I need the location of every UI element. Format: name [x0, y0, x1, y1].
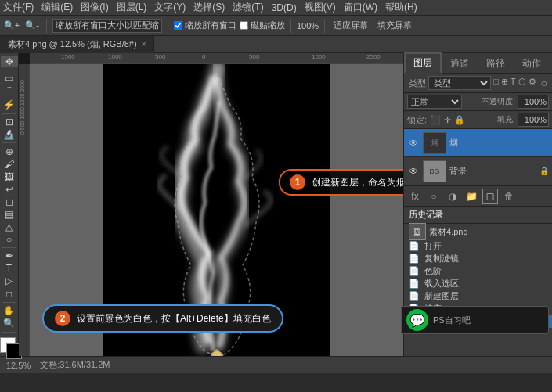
tool-zoom[interactable]: 🔍: [1, 318, 18, 329]
layer-mask-button[interactable]: ○: [426, 189, 442, 204]
canvas-tab[interactable]: 素材4.png @ 12.5% (烟, RGB/8#) ×: [0, 36, 154, 53]
tool-gradient[interactable]: ▤: [1, 208, 18, 220]
toolbar-fill-screen-btn[interactable]: 填充屏幕: [374, 17, 415, 34]
layer-item-background[interactable]: 👁 BG 背景 🔒: [404, 157, 552, 185]
history-item-new-layer[interactable]: 📄 新建图层: [404, 290, 552, 303]
color-swatches: [0, 337, 19, 353]
tool-brush[interactable]: 🖌: [1, 158, 18, 170]
toolbar-zoom-in[interactable]: 🔍+: [3, 17, 20, 34]
layer-new-button[interactable]: □: [482, 189, 498, 204]
history-icon-levels: 📄: [409, 265, 420, 276]
tool-quick-select[interactable]: ⚡: [1, 99, 18, 111]
tool-eraser[interactable]: ◻: [1, 196, 18, 207]
layer-type-select[interactable]: 类型: [428, 76, 491, 90]
tool-text[interactable]: T: [1, 263, 18, 275]
doc-info: 文档:31.6M/31.2M: [40, 359, 110, 371]
tool-move[interactable]: ✥: [1, 56, 18, 67]
panel-tab-actions[interactable]: 动作: [514, 54, 550, 74]
menu-3d[interactable]: 3D(D): [272, 2, 297, 13]
toolbar-window-size-input[interactable]: [52, 19, 162, 33]
filter-toggle[interactable]: ○: [541, 77, 547, 89]
checkbox-tile-input[interactable]: [240, 21, 248, 30]
history-icon-new-layer: 📄: [409, 291, 420, 302]
toolbar-checkbox-all-windows[interactable]: 缩放所有窗口: [174, 20, 236, 31]
history-item-copy-filter[interactable]: 📄 复制滤镜: [404, 252, 552, 264]
history-item-load-selection[interactable]: 📄 载入选区: [404, 277, 552, 290]
canvas-tab-close[interactable]: ×: [142, 40, 146, 49]
panel-tab-layers[interactable]: 图层: [404, 52, 442, 74]
tool-shape[interactable]: □: [1, 288, 18, 300]
layer-group-button[interactable]: 📁: [464, 189, 479, 204]
history-icon-open: 📄: [409, 240, 420, 251]
step1-text: 创建新图层，命名为烟: [312, 176, 403, 189]
step2-text: 设置前景色为白色，按【Alt+Delete】填充白色: [77, 312, 271, 325]
lock-all-icon[interactable]: 🔒: [454, 115, 465, 125]
opacity-input[interactable]: [518, 95, 549, 109]
menu-view[interactable]: 视图(V): [305, 1, 336, 14]
toolbar-zoom-out[interactable]: 🔍-: [23, 17, 41, 34]
toolbar-checkbox-tile[interactable]: 磁贴缩放: [240, 20, 285, 31]
tool-path-select[interactable]: ▷: [1, 275, 18, 287]
lock-pixel-icon[interactable]: ⬛: [430, 115, 441, 125]
panel-tabs: 图层 通道 路径 动作: [404, 53, 552, 74]
history-item-levels[interactable]: 📄 色阶: [404, 264, 552, 277]
tool-lasso[interactable]: ⌒: [1, 85, 18, 99]
menu-edit[interactable]: 编辑(E): [41, 1, 73, 14]
history-header: 历史记录: [404, 207, 552, 224]
history-icon-copy-filter: 📄: [409, 253, 420, 264]
layers-panel: 类型 类型 □ ⊕ T ⬡ ⚙ ○ 正常: [404, 74, 552, 206]
filter-pixel-icon[interactable]: □: [493, 77, 499, 89]
history-icon-load-selection: 📄: [409, 278, 420, 289]
tool-eyedropper[interactable]: 🔬: [1, 128, 18, 140]
tool-clone[interactable]: 🖼: [1, 171, 18, 182]
layer-name-bg: 背景: [449, 165, 536, 177]
menu-layer[interactable]: 图层(L): [117, 1, 147, 14]
toolbar-fit-screen-btn[interactable]: 适应屏幕: [330, 17, 371, 34]
fill-input[interactable]: [518, 113, 549, 127]
filter-shape-icon[interactable]: ⬡: [518, 77, 526, 89]
tool-history-brush[interactable]: ↩: [1, 183, 18, 195]
panel-tab-paths[interactable]: 路径: [478, 54, 514, 74]
wechat-badge: 💬 PS自习吧: [401, 306, 549, 334]
layer-delete-button[interactable]: 🗑: [501, 189, 517, 204]
menu-help[interactable]: 帮助(H): [385, 1, 417, 14]
tool-crop[interactable]: ⊡: [1, 116, 18, 128]
layer-item-smoke[interactable]: 👁 烟 烟: [404, 129, 552, 157]
lock-position-icon[interactable]: ✛: [444, 115, 451, 125]
history-source[interactable]: 🖼 素材4.png: [404, 224, 552, 239]
blend-mode-select[interactable]: 正常: [407, 95, 462, 109]
filter-icons: □ ⊕ T ⬡ ⚙ ○: [493, 77, 547, 89]
menu-window[interactable]: 窗口(W): [344, 1, 377, 14]
fill-label: 填充:: [497, 114, 515, 125]
tool-marquee[interactable]: ▭: [1, 73, 18, 85]
menu-file[interactable]: 文件(F): [3, 1, 34, 14]
panel-tab-channels[interactable]: 通道: [442, 54, 478, 74]
tool-pen[interactable]: ✒: [1, 250, 18, 262]
layers-mode-row: 正常 不透明度:: [404, 93, 552, 111]
layer-adjust-button[interactable]: ◑: [445, 189, 460, 204]
step2-bubble: 2 设置前景色为白色，按【Alt+Delete】填充白色: [42, 304, 283, 333]
layer-fx-button[interactable]: fx: [407, 189, 423, 204]
checkbox-all-windows-input[interactable]: [174, 21, 182, 30]
layer-visibility-smoke[interactable]: 👁: [407, 137, 420, 149]
history-item-open-label: 打开: [424, 240, 442, 252]
tool-sep-2: [2, 113, 16, 114]
layer-visibility-bg[interactable]: 👁: [407, 165, 420, 178]
zoom-level: 12.5%: [6, 361, 31, 370]
filter-smart-icon[interactable]: ⚙: [529, 77, 536, 89]
menu-filter[interactable]: 滤镜(T): [233, 1, 263, 14]
ruler-label-0: 0: [202, 53, 205, 60]
menu-image[interactable]: 图像(I): [81, 1, 108, 14]
history-item-copy-filter-label: 复制滤镜: [424, 253, 459, 264]
tool-dodge[interactable]: ○: [1, 233, 18, 245]
statusbar: 12.5% 文档:31.6M/31.2M: [0, 356, 552, 373]
history-item-open[interactable]: 📄 打开: [404, 239, 552, 252]
filter-text-icon[interactable]: T: [511, 77, 516, 89]
tool-blur[interactable]: △: [1, 221, 18, 232]
menu-select[interactable]: 选择(S): [193, 1, 225, 14]
filter-adjust-icon[interactable]: ⊕: [501, 77, 508, 89]
ruler-left-labels: 0 500 1000 1500 2000: [20, 80, 25, 135]
menu-text[interactable]: 文字(Y): [154, 1, 186, 14]
tool-hand[interactable]: ✋: [1, 305, 18, 317]
tool-heal[interactable]: ⊕: [1, 146, 18, 157]
